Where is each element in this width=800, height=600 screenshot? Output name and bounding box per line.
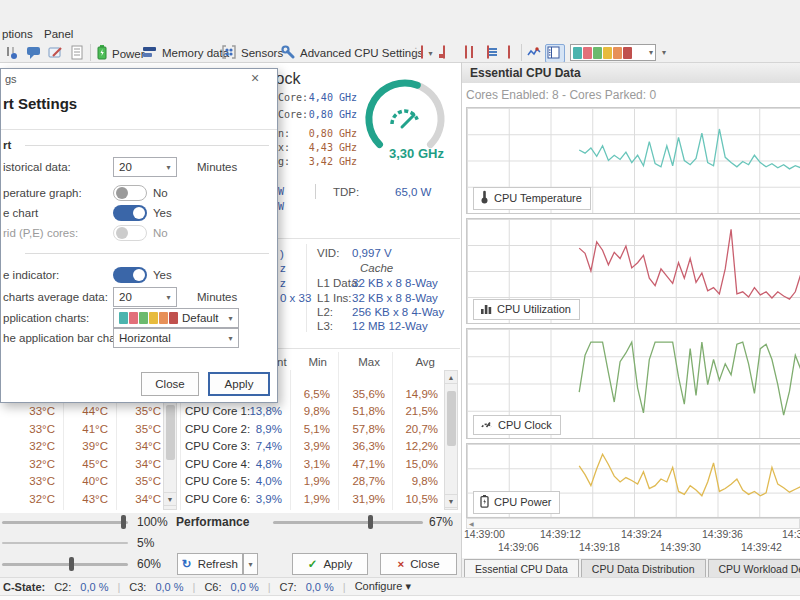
- battery-icon: [97, 45, 107, 62]
- layout-window-icon-5[interactable]: [508, 45, 510, 59]
- power-button[interactable]: Power: [97, 45, 145, 62]
- tune-settings-icon[interactable]: [4, 45, 19, 62]
- edit-note-icon[interactable]: [48, 45, 63, 62]
- current-header-fragment: nt: [277, 356, 287, 368]
- slider-handle-1[interactable]: [121, 515, 126, 529]
- performance-value: 67%: [429, 515, 453, 529]
- performance-label: Performance: [176, 515, 249, 529]
- memory-data-button[interactable]: Memory data: [143, 45, 229, 60]
- menu-options[interactable]: ptions: [2, 28, 33, 40]
- toolbar-more-dropdown[interactable]: ▾: [662, 48, 666, 57]
- indicator-toggle[interactable]: [113, 267, 147, 283]
- l1-data-value: 32 KB x 8 8-Way: [352, 277, 438, 289]
- l1-ins-value: 32 KB x 8 8-Way: [352, 292, 438, 304]
- historical-data-combo[interactable]: 20 ▾: [113, 157, 177, 177]
- advanced-cpu-settings-button[interactable]: Advanced CPU Settings ▾: [281, 45, 432, 61]
- cpu-utilization-chart[interactable]: CPU Utilization: [466, 218, 800, 324]
- scroll-down-arrow[interactable]: ▼: [444, 494, 458, 508]
- slider-track-3[interactable]: [2, 563, 128, 566]
- cpu-power-chart[interactable]: CPU Power: [466, 443, 800, 518]
- palette-swatch: [169, 312, 178, 324]
- apply-button-label: Apply: [323, 558, 352, 570]
- historical-data-label-fragment: istorical data:: [3, 161, 71, 173]
- apply-button[interactable]: ✓ Apply: [292, 553, 368, 575]
- dialog-close-button[interactable]: Close: [141, 372, 199, 396]
- scroll-up-arrow[interactable]: ▲: [444, 370, 458, 384]
- gauge-chart-toggle[interactable]: [113, 205, 147, 221]
- dialog-section-fragment: rt: [3, 139, 11, 151]
- charts-average-combo[interactable]: 20 ▾: [113, 287, 177, 307]
- refresh-button[interactable]: ↻ Refresh: [177, 553, 243, 575]
- cpu-clock-chart[interactable]: CPU Clock: [466, 328, 800, 439]
- window-bottom-strip: [0, 595, 800, 600]
- overflow-dots-icon: ⋮: [411, 46, 421, 57]
- cores-status-line: Cores Enabled: 8 - Cores Parked: 0: [466, 88, 656, 102]
- maxcore-value: 4,40 GHz: [305, 92, 357, 103]
- chart-palette-dropdown[interactable]: ▾: [570, 44, 656, 61]
- cstate-name: C7:: [280, 581, 297, 593]
- close-button-label: Close: [410, 558, 439, 570]
- sensors-icon: [222, 45, 236, 61]
- close-button[interactable]: × Close: [380, 553, 457, 575]
- notes-list-icon[interactable]: [70, 45, 85, 62]
- util-table-scrollbar[interactable]: [444, 370, 458, 510]
- toolbar-separator: [521, 44, 522, 61]
- chevron-down-icon: ▾: [223, 334, 238, 343]
- scroll-down-arrow[interactable]: ▼: [163, 492, 177, 506]
- palette-swatch: [623, 47, 632, 59]
- panel-view-toggle-icon[interactable]: [545, 44, 565, 63]
- menu-panel[interactable]: Panel: [44, 28, 73, 40]
- divider: [63, 400, 64, 510]
- cpu-temperature-chart[interactable]: CPU Temperature: [466, 107, 800, 214]
- toggle-state: No: [153, 187, 168, 199]
- cstate-name: C3:: [129, 581, 146, 593]
- toggle-state: Yes: [153, 269, 172, 281]
- divider: [116, 400, 117, 510]
- l2-label: L2:: [317, 306, 333, 318]
- hidden-fragment: z: [280, 277, 286, 289]
- chat-bubble-icon[interactable]: [26, 45, 41, 62]
- divider: [315, 184, 316, 199]
- dialog-apply-label: Apply: [225, 378, 254, 390]
- sensors-button[interactable]: Sensors: [222, 45, 283, 61]
- cstate-name: C2:: [54, 581, 71, 593]
- performance-slider-track[interactable]: [273, 521, 423, 524]
- l3-value: 12 MB 12-Way: [352, 320, 428, 332]
- max-header: Max: [345, 356, 380, 368]
- layout-window-icon-2[interactable]: [443, 45, 445, 59]
- tab-essential-cpu-data[interactable]: Essential CPU Data: [464, 559, 579, 579]
- slider-handle-3[interactable]: [69, 557, 74, 571]
- temperature-graph-toggle[interactable]: [113, 185, 147, 201]
- dialog-apply-button[interactable]: Apply: [208, 372, 270, 396]
- divider: [1, 129, 277, 130]
- mincore-value: 0,80 GHz: [305, 109, 357, 120]
- chevron-down-icon: ▾: [649, 48, 653, 57]
- palette-combo[interactable]: Default ▾: [113, 308, 239, 328]
- tab-cpu-workload-delegation[interactable]: CPU Workload Delegation: [708, 559, 800, 579]
- palette-swatch: [573, 47, 582, 59]
- dialog-close-icon[interactable]: ×: [251, 70, 259, 86]
- layout-window-icon-1[interactable]: [421, 45, 423, 59]
- separator: |: [193, 581, 196, 593]
- slider-track-2[interactable]: [2, 542, 128, 544]
- l2-value: 256 KB x 8 4-Way: [352, 306, 444, 318]
- palette-swatch: [603, 47, 612, 59]
- thermometer-icon: [480, 190, 489, 206]
- chart-label-cpu-utilization: CPU Utilization: [473, 299, 580, 320]
- line-chart-icon[interactable]: [527, 46, 542, 61]
- tab-cpu-data-distribution[interactable]: CPU Data Distribution: [581, 559, 706, 579]
- chart-h-scrollbar[interactable]: ◀: [466, 518, 800, 529]
- tdp-label: TDP:: [333, 186, 359, 198]
- combo-value: Default: [182, 312, 218, 324]
- dialog-title-fragment: rt Settings: [3, 95, 77, 112]
- layout-window-icon-3[interactable]: [465, 45, 467, 59]
- performance-slider-handle[interactable]: [368, 515, 373, 529]
- slider-track-1[interactable]: [2, 521, 128, 524]
- toggle-state: Yes: [153, 207, 172, 219]
- orientation-combo[interactable]: Horizontal ▾: [113, 328, 239, 348]
- chart-line: [579, 229, 800, 299]
- layout-window-icon-4[interactable]: [487, 45, 489, 59]
- configure-menu[interactable]: Configure ▾: [355, 580, 411, 593]
- refresh-dropdown-button[interactable]: ▾: [243, 553, 258, 575]
- scroll-left-arrow[interactable]: ◀: [469, 520, 474, 527]
